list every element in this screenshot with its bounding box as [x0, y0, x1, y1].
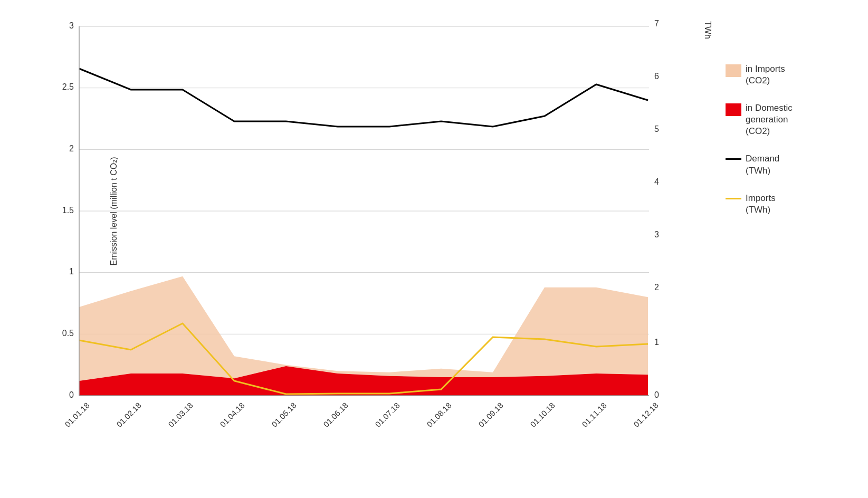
svg-text:01.07.18: 01.07.18	[373, 400, 401, 428]
domestic-co2-label: in Domesticgeneration(CO2)	[746, 102, 793, 137]
domestic-co2-swatch	[726, 103, 741, 116]
svg-text:7: 7	[654, 19, 659, 28]
svg-text:01.10.18: 01.10.18	[528, 400, 556, 428]
legend-item-demand: Demand(TWh)	[726, 153, 857, 176]
svg-text:01.04.18: 01.04.18	[218, 400, 246, 428]
legend-item-imports-co2: in Imports(CO2)	[726, 63, 857, 87]
svg-text:3: 3	[654, 230, 659, 239]
legend-item-domestic-co2: in Domesticgeneration(CO2)	[726, 102, 857, 137]
chart-container: Emission level (million t CO₂) TWh	[0, 0, 868, 498]
y-axis-right-label: TWh	[703, 21, 712, 39]
svg-text:6: 6	[654, 72, 659, 81]
svg-text:01.06.18: 01.06.18	[321, 400, 349, 428]
imports-co2-label: in Imports(CO2)	[746, 63, 785, 87]
svg-text:01.08.18: 01.08.18	[425, 400, 453, 428]
svg-text:5: 5	[654, 125, 659, 133]
svg-text:1: 1	[654, 338, 659, 347]
demand-label: Demand(TWh)	[746, 153, 779, 176]
imports-co2-swatch	[726, 64, 741, 77]
imports-twh-swatch	[726, 198, 741, 199]
svg-text:01.11.18: 01.11.18	[580, 400, 608, 428]
legend-area: in Imports(CO2) in Domesticgeneration(CO…	[726, 63, 857, 232]
svg-text:01.05.18: 01.05.18	[270, 400, 298, 428]
svg-text:01.09.18: 01.09.18	[476, 400, 504, 428]
svg-text:01.12.18: 01.12.18	[632, 400, 660, 428]
svg-text:4: 4	[654, 177, 659, 186]
legend-item-imports-twh: Imports(TWh)	[726, 193, 857, 216]
demand-line-swatch	[726, 158, 741, 160]
svg-text:2: 2	[654, 283, 659, 292]
y-axis-left-label: Emission level (million t CO₂)	[109, 106, 119, 317]
svg-text:0: 0	[654, 390, 659, 399]
imports-twh-label: Imports(TWh)	[746, 193, 776, 216]
chart-area: Emission level (million t CO₂) TWh	[47, 16, 681, 438]
